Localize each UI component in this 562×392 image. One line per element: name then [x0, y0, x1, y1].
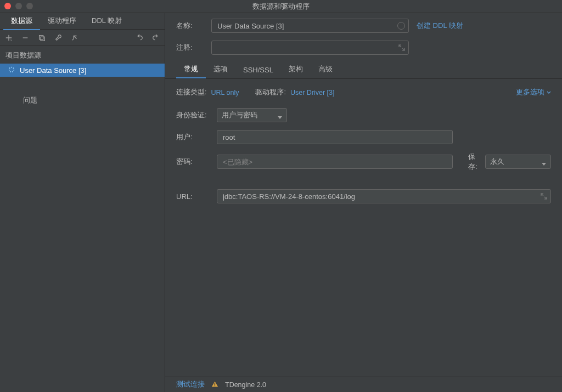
left-toolbar — [0, 30, 165, 46]
save-select-value: 永久 — [490, 157, 504, 167]
url-field[interactable] — [217, 189, 551, 203]
save-label: 保存: — [468, 152, 477, 172]
comment-input[interactable] — [216, 43, 404, 53]
create-ddl-mapping-link[interactable]: 创建 DDL 映射 — [417, 21, 463, 31]
make-global-icon[interactable] — [70, 33, 79, 42]
warning-icon — [211, 380, 218, 389]
svg-rect-1 — [41, 37, 44, 41]
duplicate-icon[interactable] — [37, 33, 46, 42]
comment-field[interactable] — [211, 41, 409, 55]
issues-section[interactable]: 问题 — [0, 87, 165, 110]
maximize-window-button[interactable] — [26, 3, 33, 9]
more-options-label: 更多选项 — [516, 88, 544, 97]
name-label: 名称: — [176, 21, 204, 31]
datasource-tree: User Data Source [3] — [0, 64, 165, 77]
titlebar: 数据源和驱动程序 — [0, 0, 562, 13]
driver-value-link[interactable]: User Driver [3] — [290, 89, 335, 96]
url-label: URL: — [176, 192, 209, 201]
driver-status-text: TDengine 2.0 — [225, 381, 266, 389]
svg-rect-4 — [215, 385, 215, 385]
color-indicator-icon[interactable] — [397, 22, 405, 30]
project-datasources-header: 项目数据源 — [0, 46, 165, 64]
window-controls — [4, 3, 33, 9]
expand-icon[interactable] — [398, 44, 405, 53]
tab-schemas[interactable]: 架构 — [281, 61, 311, 78]
tab-advanced[interactable]: 高级 — [311, 61, 340, 78]
datasource-item[interactable]: User Data Source [3] — [0, 64, 165, 77]
tab-drivers[interactable]: 驱动程序 — [40, 13, 84, 30]
config-tabs: 常规 选项 SSH/SSL 架构 高级 — [165, 63, 562, 79]
datasource-icon — [8, 66, 15, 75]
svg-rect-0 — [40, 35, 43, 39]
more-options-link[interactable]: 更多选项 — [516, 88, 551, 97]
auth-select-value: 用户与密码 — [222, 110, 257, 120]
user-label: 用户: — [176, 132, 209, 142]
name-field[interactable] — [211, 19, 409, 33]
tab-options[interactable]: 选项 — [206, 61, 235, 78]
redo-icon[interactable] — [151, 33, 160, 42]
url-input[interactable] — [222, 192, 546, 201]
minimize-window-button[interactable] — [15, 3, 22, 9]
right-panel: 名称: 创建 DDL 映射 注释: — [165, 13, 562, 392]
user-input[interactable] — [222, 133, 448, 142]
tab-datasources[interactable]: 数据源 — [3, 13, 40, 30]
test-connection-link[interactable]: 测试连接 — [176, 380, 205, 389]
driver-label: 驱动程序: — [255, 88, 285, 97]
tab-ddl-mapping[interactable]: DDL 映射 — [84, 13, 130, 30]
chevron-down-icon — [547, 90, 551, 95]
left-panel: 数据源 驱动程序 DDL 映射 — [0, 13, 165, 392]
password-input[interactable] — [222, 157, 448, 167]
comment-label: 注释: — [176, 43, 204, 53]
left-tabs: 数据源 驱动程序 DDL 映射 — [0, 13, 165, 30]
undo-icon[interactable] — [135, 33, 144, 42]
add-icon[interactable] — [4, 33, 13, 42]
chevron-down-icon — [542, 160, 546, 168]
auth-label: 身份验证: — [176, 110, 209, 120]
connection-type-value[interactable]: URL only — [211, 89, 239, 96]
name-input[interactable] — [216, 21, 404, 31]
auth-select[interactable]: 用户与密码 — [217, 108, 287, 122]
password-field[interactable] — [217, 155, 453, 169]
window-title: 数据源和驱动程序 — [252, 2, 310, 12]
user-field[interactable] — [217, 130, 453, 144]
status-bar: 测试连接 TDengine 2.0 — [165, 377, 562, 392]
password-label: 密码: — [176, 157, 209, 167]
close-window-button[interactable] — [4, 3, 11, 9]
chevron-down-icon — [278, 113, 282, 122]
connection-type-label: 连接类型: — [176, 88, 206, 97]
expand-icon[interactable] — [541, 193, 547, 201]
datasource-item-label: User Data Source [3] — [20, 66, 86, 75]
svg-point-2 — [9, 67, 14, 72]
svg-rect-3 — [215, 383, 215, 384]
tab-ssh-ssl[interactable]: SSH/SSL — [235, 63, 281, 78]
wrench-icon[interactable] — [54, 33, 63, 42]
tab-general[interactable]: 常规 — [176, 61, 206, 78]
remove-icon[interactable] — [21, 33, 30, 42]
save-select[interactable]: 永久 — [485, 155, 551, 169]
